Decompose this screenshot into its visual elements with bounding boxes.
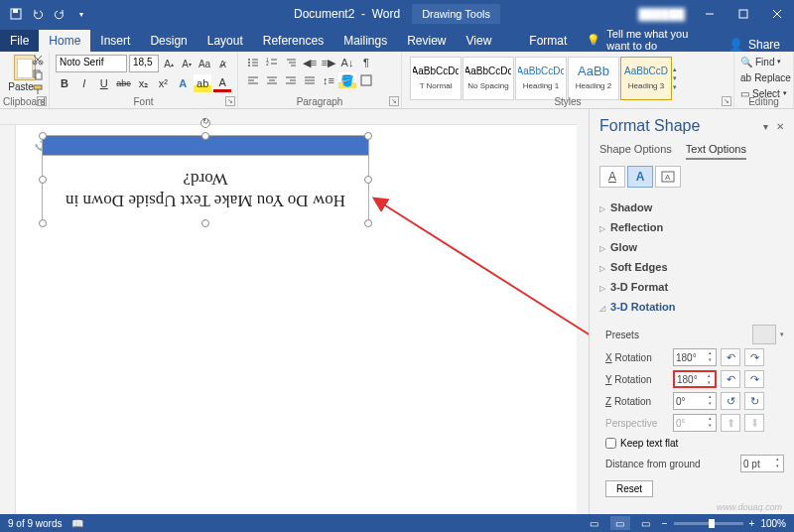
section-3d-format[interactable]: ▷ 3-D Format — [599, 277, 784, 297]
vertical-scrollbar[interactable] — [577, 109, 589, 514]
presets-dropdown[interactable] — [752, 325, 776, 344]
zoom-in-icon[interactable]: + — [749, 518, 755, 529]
clear-format-icon[interactable]: A̷ — [214, 55, 230, 72]
format-painter-icon[interactable] — [32, 83, 46, 97]
textbox-category-icon[interactable]: A — [655, 166, 681, 188]
print-layout-icon[interactable]: ▭ — [610, 516, 630, 530]
y-rotation-input[interactable]: 180°▴▾ — [673, 370, 717, 388]
qat-dropdown-icon[interactable]: ▾ — [71, 4, 91, 24]
cut-icon[interactable] — [32, 54, 46, 67]
rotation-handle[interactable] — [200, 118, 210, 128]
italic-button[interactable]: I — [75, 74, 93, 92]
text-effects-category-icon[interactable]: A — [627, 166, 653, 188]
zoom-out-icon[interactable]: − — [662, 518, 668, 529]
redo-icon[interactable] — [50, 4, 69, 24]
keep-flat-input[interactable] — [605, 438, 616, 449]
tab-view[interactable]: View — [457, 30, 502, 52]
resize-handle-ne[interactable] — [364, 132, 372, 140]
style-heading-3[interactable]: AaBbCcDHeading 3 — [620, 57, 672, 100]
strike-button[interactable]: abc — [115, 74, 133, 92]
close-icon[interactable] — [760, 0, 794, 28]
justify-icon[interactable] — [301, 72, 319, 88]
spell-check-icon[interactable]: 📖 — [71, 518, 83, 529]
resize-handle-sw[interactable] — [39, 219, 47, 227]
resize-handle-se[interactable] — [364, 219, 372, 227]
y-rotate-right-icon[interactable]: ↷ — [744, 370, 764, 388]
show-marks-icon[interactable]: ¶ — [357, 55, 375, 70]
vertical-ruler[interactable] — [0, 125, 16, 514]
resize-handle-e[interactable] — [364, 176, 372, 184]
tab-mailings[interactable]: Mailings — [333, 30, 397, 52]
borders-icon[interactable] — [357, 72, 375, 88]
paragraph-launcher-icon[interactable]: ↘ — [389, 96, 399, 106]
ribbon-options-icon[interactable] — [659, 0, 693, 28]
resize-handle-nw[interactable] — [39, 132, 47, 140]
change-case-icon[interactable]: Aa — [197, 55, 212, 72]
pane-tab-text[interactable]: Text Options — [686, 143, 746, 160]
tab-layout[interactable]: Layout — [198, 30, 253, 52]
decrease-indent-icon[interactable]: ◀≡ — [301, 55, 319, 70]
grow-font-icon[interactable]: A▴ — [161, 55, 177, 72]
section-shadow[interactable]: ▷ Shadow — [599, 198, 784, 217]
tab-file[interactable]: File — [0, 30, 39, 52]
numbering-icon[interactable]: 12 — [263, 55, 281, 70]
distance-input[interactable]: 0 pt▴▾ — [740, 455, 784, 472]
resize-handle-s[interactable] — [201, 219, 209, 227]
reset-button[interactable]: Reset — [605, 480, 653, 497]
subscript-button[interactable]: x₂ — [135, 74, 153, 92]
share-button[interactable]: 👤Share — [715, 38, 794, 52]
tab-design[interactable]: Design — [140, 30, 197, 52]
sort-icon[interactable]: A↓ — [338, 55, 356, 70]
font-launcher-icon[interactable]: ↘ — [225, 96, 235, 106]
shrink-font-icon[interactable]: A▾ — [179, 55, 195, 72]
line-spacing-icon[interactable]: ↕≡ — [320, 72, 337, 88]
x-rotation-input[interactable]: 180°▴▾ — [673, 348, 717, 366]
underline-button[interactable]: U — [95, 74, 113, 92]
read-mode-icon[interactable]: ▭ — [585, 516, 604, 530]
superscript-button[interactable]: x² — [154, 74, 172, 92]
section-glow[interactable]: ▷ Glow — [599, 237, 784, 257]
copy-icon[interactable] — [32, 68, 46, 82]
minimize-icon[interactable] — [693, 0, 727, 28]
style-gallery[interactable]: AaBbCcDcT Normal AaBbCcDcNo Spacing AaBb… — [408, 55, 728, 102]
resize-handle-n[interactable] — [201, 132, 209, 140]
style-heading-1[interactable]: AaBbCcDcHeading 1 — [515, 57, 567, 100]
text-box[interactable]: How Do You Make Text Upside Down in Word… — [42, 135, 369, 224]
font-color-icon[interactable]: A — [213, 74, 231, 92]
pane-tab-shape[interactable]: Shape Options — [599, 143, 672, 160]
style-heading-2[interactable]: AaBbHeading 2 — [568, 57, 619, 100]
keep-text-flat-checkbox[interactable]: Keep text flat — [605, 438, 784, 449]
resize-handle-w[interactable] — [39, 176, 47, 184]
bold-button[interactable]: B — [56, 74, 73, 92]
multilevel-icon[interactable] — [282, 55, 300, 70]
align-center-icon[interactable] — [263, 72, 281, 88]
z-rotation-input[interactable]: 0°▴▾ — [673, 392, 717, 410]
text-effects-icon[interactable]: A — [174, 74, 192, 92]
font-name-combo[interactable]: Noto Serif — [56, 55, 127, 72]
increase-indent-icon[interactable]: ≡▶ — [320, 55, 337, 70]
zoom-level[interactable]: 100% — [760, 518, 786, 529]
style-gallery-more[interactable]: ▴▾▾ — [673, 57, 687, 100]
section-3d-rotation[interactable]: ◿ 3-D Rotation — [599, 297, 784, 317]
tab-home[interactable]: Home — [39, 30, 90, 52]
x-rotate-left-icon[interactable]: ↶ — [721, 348, 740, 366]
web-layout-icon[interactable]: ▭ — [636, 516, 656, 530]
section-soft-edges[interactable]: ▷ Soft Edges — [599, 257, 784, 277]
tab-format[interactable]: Format — [519, 30, 577, 52]
text-box-body[interactable]: How Do You Make Text Upside Down in Word… — [43, 156, 368, 224]
section-reflection[interactable]: ▷ Reflection — [599, 217, 784, 237]
highlight-icon[interactable]: ab — [194, 74, 211, 92]
undo-icon[interactable] — [28, 4, 48, 24]
styles-launcher-icon[interactable]: ↘ — [722, 96, 731, 106]
page[interactable]: ⚓ How Do You Make Text Upside Down in Wo… — [16, 125, 577, 514]
align-left-icon[interactable] — [244, 72, 262, 88]
text-fill-outline-icon[interactable]: A — [599, 166, 625, 188]
clipboard-launcher-icon[interactable]: ↘ — [37, 96, 47, 106]
z-rotate-left-icon[interactable]: ↺ — [721, 392, 740, 410]
x-rotate-right-icon[interactable]: ↷ — [744, 348, 764, 366]
horizontal-ruler[interactable] — [0, 109, 589, 125]
y-rotate-left-icon[interactable]: ↶ — [721, 370, 740, 388]
zoom-slider[interactable] — [674, 522, 743, 525]
replace-button[interactable]: abReplace — [740, 69, 787, 85]
tab-references[interactable]: References — [253, 30, 333, 52]
